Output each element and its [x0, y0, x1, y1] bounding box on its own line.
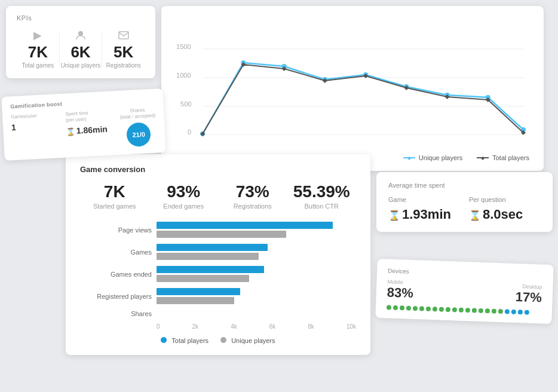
device-dot: [472, 308, 477, 313]
devices-mobile: Mobile 83%: [387, 278, 413, 301]
svg-rect-1: [119, 32, 128, 39]
device-dot: [413, 306, 418, 311]
bar-legend-unique-label: Unique players: [231, 337, 275, 344]
bar-label: Page views: [80, 226, 152, 234]
svg-text:500: 500: [180, 100, 191, 108]
bar-legend-total-label: Total players: [171, 337, 209, 344]
conv-stat-started-value: 7K: [80, 183, 149, 200]
kpi-unique-players-label: Unique players: [61, 62, 101, 69]
legend-unique-players: Unique players: [403, 154, 462, 161]
avg-time-title: Average time spent: [388, 182, 541, 189]
hourglass-icon: ⌛: [388, 210, 400, 220]
bars-group: [157, 222, 356, 238]
avg-time-question-col: Per question ⌛8.0sec: [469, 196, 523, 222]
x-axis-label: 2k: [192, 323, 199, 330]
bar-chart-xaxis: 02k4k6k8k10k: [80, 323, 356, 330]
shares-value: 21/0: [126, 122, 151, 147]
device-dot: [446, 307, 450, 312]
device-dot: [511, 310, 516, 314]
devices-mobile-value: 83%: [387, 284, 413, 301]
devices-card: Devices Mobile 83% Desktop 17%: [375, 259, 553, 324]
svg-text:1500: 1500: [176, 43, 191, 50]
bar-gray: [157, 253, 259, 260]
conv-stat-ended-label: Ended games: [149, 203, 219, 210]
bar-label: Games ended: [80, 271, 152, 278]
device-dot: [393, 305, 398, 310]
bar-row: Page views: [80, 222, 356, 238]
device-dot: [492, 309, 496, 314]
bar-legend-unique: Unique players: [220, 337, 275, 344]
devices-dots: [387, 305, 541, 315]
bar-blue: [157, 222, 333, 229]
line-chart-svg: 0 500 1000 1500 Jan 23 Jan 24 Jan 25 Jan…: [176, 18, 529, 137]
avg-time-game-col: Game ⌛1.93min: [388, 196, 451, 222]
device-dot: [485, 308, 490, 313]
device-dot: [406, 306, 411, 311]
devices-desktop-value: 17%: [515, 289, 542, 306]
spent-time-label: Spent time(per user): [65, 109, 115, 124]
bar-row: Games: [80, 244, 356, 260]
kpi-unique-players: 6K Unique players: [60, 29, 102, 69]
mail-icon: [118, 29, 129, 42]
kpi-registrations-label: Registrations: [106, 62, 141, 69]
conv-stat-ctr-value: 55.39%: [287, 183, 357, 200]
avg-time-game-label: Game: [388, 196, 451, 203]
device-dot: [518, 310, 523, 314]
device-dot: [465, 308, 470, 313]
legend-blue-dot: [161, 337, 167, 343]
x-axis-label: 10k: [347, 323, 356, 330]
bar-row: Registered players: [80, 288, 356, 304]
bar-gray: [157, 297, 234, 304]
kpis-title: KPIs: [17, 14, 145, 22]
x-axis-label: 6k: [269, 323, 276, 330]
bars-group: [157, 288, 356, 304]
device-dot: [505, 309, 510, 314]
conv-stat-ended: 93% Ended games: [149, 183, 219, 210]
devices-title: Devices: [388, 268, 542, 280]
device-dot: [439, 307, 444, 312]
avg-time-question-value: ⌛8.0sec: [469, 207, 523, 222]
device-dot: [459, 308, 464, 313]
hourglass-question-icon: ⌛: [469, 210, 481, 220]
kpis-card: KPIs ▶ 7K Total games 6K Unique players …: [6, 6, 155, 78]
device-dot: [479, 308, 483, 313]
bar-blue: [157, 266, 264, 273]
avg-time-question-label: Per question: [469, 196, 523, 203]
devices-row: Mobile 83% Desktop 17%: [387, 278, 542, 305]
gamification-cols: Games/user 1 Spent time(per user) ⌛1.86m…: [11, 107, 157, 153]
conv-stat-started: 7K Started games: [80, 183, 149, 210]
legend-total-players: Total players: [477, 154, 529, 161]
games-per-user-value: 1: [11, 120, 62, 132]
legend-total-players-line: [477, 157, 489, 158]
kpis-row: ▶ 7K Total games 6K Unique players 5K Re…: [17, 29, 145, 69]
bars-group: [157, 244, 356, 260]
svg-text:1000: 1000: [176, 72, 191, 79]
conversion-title: Game conversion: [80, 165, 356, 174]
kpi-total-games-value: 7K: [28, 44, 48, 60]
avg-time-game-value: ⌛1.93min: [388, 207, 451, 222]
legend-total-players-label: Total players: [492, 154, 529, 161]
device-dot: [498, 309, 503, 314]
device-dot: [400, 305, 404, 310]
device-dot: [433, 307, 437, 311]
device-dot: [387, 305, 391, 310]
conversion-card: Game conversion 7K Started games 93% End…: [66, 154, 370, 355]
device-dot: [525, 310, 529, 315]
bars-group: [157, 266, 356, 282]
legend-gray-dot: [220, 337, 226, 343]
avg-time-row: Game ⌛1.93min Per question ⌛8.0sec: [388, 196, 541, 222]
bar-gray: [157, 231, 286, 238]
timer-icon: ⌛: [66, 127, 75, 136]
bar-legend: Total players Unique players: [80, 337, 356, 344]
games-per-user-col: Games/user 1: [11, 112, 62, 133]
games-per-user-label: Games/user: [11, 112, 61, 121]
spent-time-col: Spent time(per user) ⌛1.86min: [65, 109, 116, 136]
avg-time-card: Average time spent Game ⌛1.93min Per que…: [376, 172, 553, 232]
device-dot: [452, 307, 457, 312]
device-dot: [419, 306, 424, 311]
kpi-registrations: 5K Registrations: [102, 29, 145, 69]
conv-stat-registrations-label: Registrations: [218, 203, 287, 210]
gamification-card: Gamification boost Games/user 1 Spent ti…: [1, 88, 165, 161]
line-chart-card: 0 500 1000 1500 Jan 23 Jan 24 Jan 25 Jan…: [161, 6, 544, 171]
bar-legend-total: Total players: [161, 337, 209, 344]
